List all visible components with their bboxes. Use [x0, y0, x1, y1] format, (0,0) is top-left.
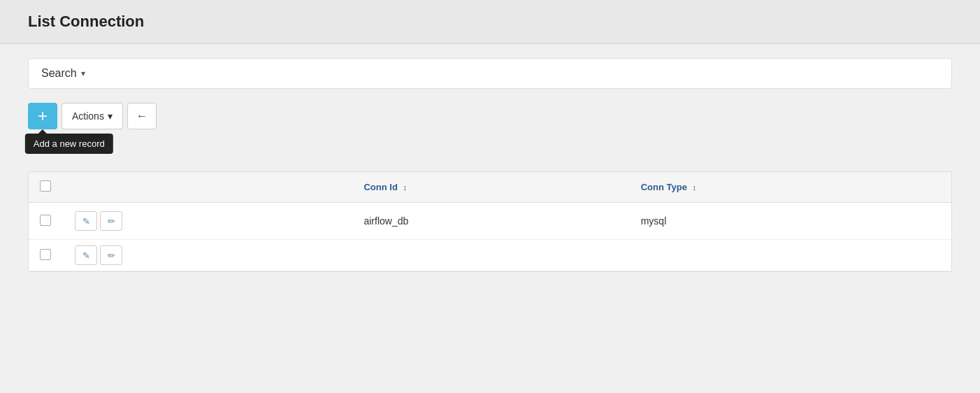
row-checkbox-cell	[29, 240, 64, 271]
header-conn-id[interactable]: Conn Id ↕	[352, 172, 629, 203]
edit-icon: ✎	[82, 216, 90, 227]
back-button[interactable]: ←	[127, 103, 157, 129]
actions-button[interactable]: Actions ▾	[62, 103, 123, 129]
conn-type-cell	[630, 240, 951, 271]
table-row: ✎ ✏	[29, 240, 951, 271]
search-label: Search	[41, 67, 77, 80]
header-actions-col	[64, 172, 352, 203]
conn-type-cell: mysql	[630, 203, 951, 240]
header-checkbox-col	[29, 172, 64, 203]
row-actions-cell: ✎ ✏	[64, 203, 352, 240]
table-header-row: Conn Id ↕ Conn Type ↕	[29, 172, 951, 203]
edit-icon: ✎	[82, 250, 90, 261]
page-wrapper: List Connection Search ▾ + Add a new rec…	[0, 0, 980, 393]
pencil-button[interactable]: ✏	[100, 211, 122, 231]
actions-label: Actions	[72, 110, 104, 122]
conn-type-sort-icon: ↕	[693, 183, 697, 192]
header-checkbox[interactable]	[40, 180, 51, 192]
conn-id-sort-icon: ↕	[403, 183, 407, 192]
search-caret-icon: ▾	[81, 69, 85, 78]
row-actions-cell: ✎ ✏	[64, 240, 352, 271]
header-conn-type[interactable]: Conn Type ↕	[630, 172, 951, 203]
pencil-button[interactable]: ✏	[100, 245, 122, 265]
page-header: List Connection	[0, 0, 980, 44]
search-bar[interactable]: Search ▾	[28, 58, 952, 89]
conn-id-cell: airflow_db	[352, 203, 629, 240]
add-record-button[interactable]: +	[28, 103, 57, 129]
conn-id-cell	[352, 240, 629, 271]
actions-caret-icon: ▾	[108, 110, 113, 122]
pencil-icon: ✏	[108, 250, 115, 261]
connections-table: Conn Id ↕ Conn Type ↕	[28, 171, 952, 272]
page-title: List Connection	[28, 13, 952, 31]
add-record-tooltip: Add a new record	[25, 134, 113, 154]
row-actions: ✎ ✏	[75, 211, 341, 231]
content-area: Search ▾ + Add a new record Actions ▾ ←	[0, 44, 980, 286]
row-checkbox-cell	[29, 203, 64, 240]
conn-id-label: Conn Id	[363, 182, 397, 192]
add-button-wrapper: + Add a new record	[28, 103, 57, 129]
edit-button[interactable]: ✎	[75, 245, 97, 265]
pencil-icon: ✏	[108, 216, 115, 227]
conn-type-label: Conn Type	[641, 182, 687, 192]
edit-button[interactable]: ✎	[75, 211, 97, 231]
row-checkbox[interactable]	[40, 215, 51, 226]
table-row: ✎ ✏ airflow_db mysql	[29, 203, 951, 240]
row-actions: ✎ ✏	[75, 245, 341, 265]
row-checkbox[interactable]	[40, 249, 51, 260]
toolbar: + Add a new record Actions ▾ ←	[28, 103, 952, 129]
